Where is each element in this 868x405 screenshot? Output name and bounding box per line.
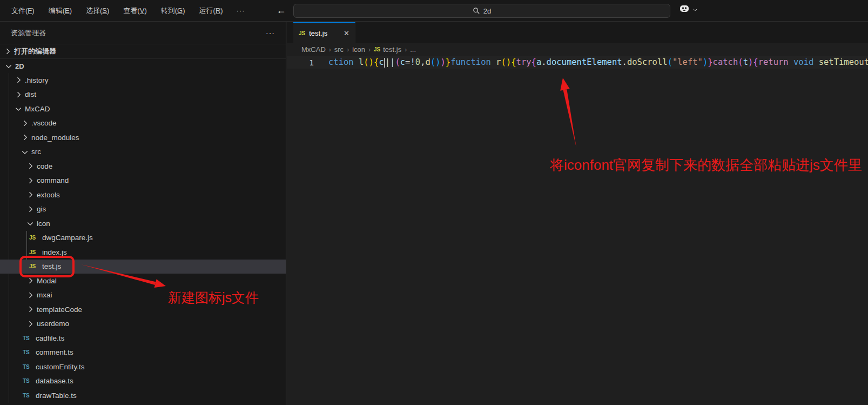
code-token: ) [369, 57, 374, 67]
tree-item-label: drawTable.ts [36, 391, 77, 400]
file-tree: .historydistMxCAD.vscodenode_modulessrcc… [0, 73, 286, 403]
copilot-icon [678, 3, 690, 16]
search-value: 2d [483, 7, 491, 15]
breadcrumb-item[interactable]: src [334, 45, 344, 54]
tree-item--history[interactable]: .history [0, 73, 286, 88]
code-token: ) [435, 57, 440, 67]
code-token: } [446, 57, 450, 67]
tree-item-label: src [31, 148, 41, 156]
tree-item-node_modules[interactable]: node_modules [0, 130, 286, 145]
tree-item-gis[interactable]: gis [0, 202, 286, 217]
tree-item--vscode[interactable]: .vscode [0, 116, 286, 131]
menu-f[interactable]: 文件(F) [4, 3, 42, 18]
menu-v[interactable]: 查看(V) [116, 3, 153, 18]
breadcrumb-separator: › [345, 46, 351, 54]
tree-item-command[interactable]: command [0, 174, 286, 188]
tree-item-label: mxai [37, 291, 52, 299]
code-token: ! [410, 57, 415, 67]
tree-item-label: MxCAD [25, 105, 50, 113]
code-token: c [379, 57, 383, 67]
code-token: ( [364, 57, 368, 67]
tree-item-label: dist [25, 90, 36, 98]
code-token: { [531, 57, 536, 67]
code-token: setTimeout [819, 57, 868, 67]
code-token: return [758, 57, 789, 67]
code-token: . [541, 57, 546, 67]
code-token: function [450, 57, 491, 67]
chevron-down-icon [21, 148, 29, 156]
tree-item-code[interactable]: code [0, 159, 286, 174]
ts-file-icon: TS [23, 335, 33, 341]
code-line-1[interactable]: 1 ction l(){c||(c=!0,d())}function r(){t… [287, 56, 868, 69]
root-folder-2d[interactable]: 2D [0, 58, 286, 73]
code-token: ) [748, 57, 753, 67]
nav-back-icon[interactable]: ← [277, 5, 286, 16]
annotation-note-newfile: 新建图标js文件 [168, 289, 259, 307]
tree-item-extools[interactable]: extools [0, 188, 286, 202]
line-number: 1 [287, 58, 314, 67]
code-token: ction [328, 57, 354, 67]
code-token: } [708, 57, 712, 67]
tree-item-MxCAD[interactable]: MxCAD [0, 102, 286, 116]
tree-item-customEntity-ts[interactable]: TScustomEntity.ts [0, 360, 286, 374]
tree-item-label: .vscode [31, 119, 57, 127]
code-token: ) [506, 57, 511, 67]
js-file-icon: JS [299, 30, 305, 36]
code-token: 0 [415, 57, 420, 67]
tree-item-label: customEntity.ts [36, 363, 85, 371]
vscode-window: 文件(F)编辑(E)选择(S)查看(V)转到(G)运行(R) ··· ← → 2… [0, 0, 868, 405]
code-token [789, 57, 793, 67]
tree-item-label: userdemo [37, 320, 69, 328]
tree-item-label: index.js [42, 248, 67, 256]
breadcrumb-item[interactable]: MxCAD [301, 45, 326, 54]
breadcrumb-separator: › [327, 46, 333, 54]
tree-item-cadfile-ts[interactable]: TScadfile.ts [0, 331, 286, 346]
code-token: ( [738, 57, 743, 67]
code-token: ( [395, 57, 400, 67]
annotation-box-testjs [19, 256, 75, 277]
tree-item-userdemo[interactable]: userdemo [0, 317, 286, 331]
explorer-more-actions-icon[interactable]: ··· [266, 29, 275, 37]
tab-testjs[interactable]: JS test.js ✕ [293, 22, 355, 43]
menu-g[interactable]: 转到(G) [154, 3, 192, 18]
tree-item-drawTable-ts[interactable]: TSdrawTable.ts [0, 388, 286, 403]
chevron-right-icon [21, 119, 29, 128]
code-token: catch [713, 57, 738, 67]
menu-e[interactable]: 编辑(E) [42, 3, 79, 18]
tab-bar: JS test.js ✕ [287, 22, 868, 43]
tree-item-label: database.ts [36, 377, 73, 385]
menu-r[interactable]: 运行(R) [192, 3, 230, 18]
code-token [813, 57, 818, 67]
code-token: ( [501, 57, 506, 67]
chevron-right-icon [26, 190, 35, 199]
chevron-right-icon [14, 76, 23, 84]
menubar: 文件(F)编辑(E)选择(S)查看(V)转到(G)运行(R) [0, 0, 230, 21]
tree-item-dwgCampare-js[interactable]: JSdwgCampare.js [0, 231, 286, 245]
command-center-search[interactable]: 2d [293, 4, 670, 18]
annotation-note-paste: 将iconfont官网复制下来的数据全部粘贴进js文件里 [550, 156, 862, 175]
chevron-right-icon [26, 320, 35, 328]
menu-s[interactable]: 选择(S) [79, 3, 116, 18]
tree-item-label: icon [37, 220, 50, 228]
code-token: d [425, 57, 430, 67]
tree-item-src[interactable]: src [0, 145, 286, 160]
tree-item-icon[interactable]: icon [0, 216, 286, 231]
tree-item-database-ts[interactable]: TSdatabase.ts [0, 374, 286, 389]
breadcrumb-item[interactable]: test.js [383, 45, 401, 54]
tree-item-dist[interactable]: dist [0, 88, 286, 102]
tree-item-label: dwgCampare.js [42, 234, 93, 242]
breadcrumb-separator: › [403, 46, 408, 54]
breadcrumb-item[interactable]: icon [352, 45, 365, 54]
code-token: void [793, 57, 813, 67]
tree-item-comment-ts[interactable]: TScomment.ts [0, 346, 286, 360]
copilot-button[interactable] [678, 3, 698, 16]
chevron-right-icon [14, 90, 23, 99]
breadcrumb-item[interactable]: ... [410, 45, 416, 54]
code-token [491, 57, 496, 67]
tree-item-label: comment.ts [36, 348, 73, 356]
menu-overflow-icon[interactable]: ··· [230, 6, 252, 15]
code-token: documentElement [547, 57, 622, 67]
open-editors-label: 打开的编辑器 [14, 47, 56, 56]
open-editors-section[interactable]: 打开的编辑器 [0, 44, 286, 58]
close-icon[interactable]: ✕ [344, 29, 349, 37]
